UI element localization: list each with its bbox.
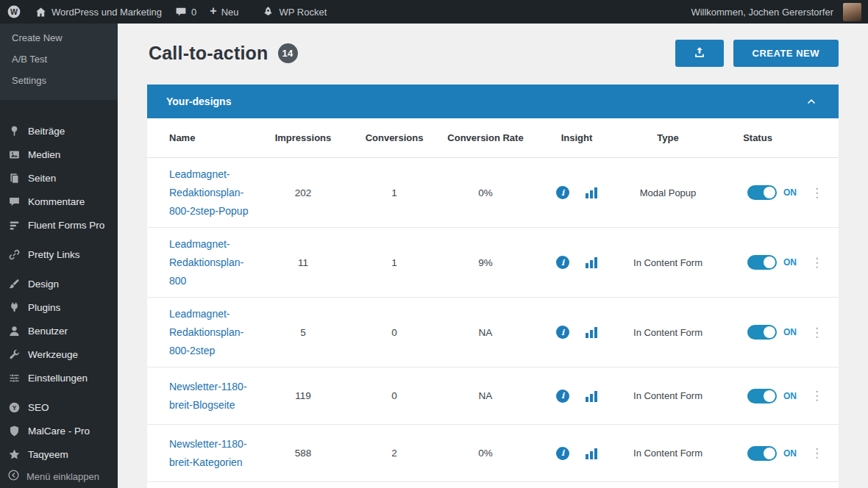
sidebar-item-kommentare[interactable]: Kommentare bbox=[0, 190, 118, 213]
sidebar-item-label: Benutzer bbox=[28, 326, 68, 337]
status-label: ON bbox=[783, 391, 797, 401]
sidebar-item-label: SEO bbox=[28, 402, 49, 413]
info-icon[interactable]: i bbox=[556, 326, 569, 339]
design-name-link[interactable]: Leadmagnet-Redaktionsplan-800 bbox=[169, 235, 253, 290]
column-header-name: Name bbox=[147, 132, 257, 143]
kebab-menu-icon[interactable]: ⋮ bbox=[802, 390, 839, 402]
bar-chart-icon[interactable] bbox=[586, 390, 597, 402]
info-icon[interactable]: i bbox=[556, 186, 569, 199]
design-name-link[interactable]: Newsletter-1180-breit-Kategorien bbox=[169, 435, 253, 472]
wp-rocket-icon bbox=[262, 6, 274, 18]
sidebar-item-seo[interactable]: Y SEO bbox=[0, 395, 118, 419]
page-title-text: Call-to-action bbox=[149, 43, 268, 64]
yoast-seo-icon: Y bbox=[7, 401, 21, 415]
sidebar-item-plugins[interactable]: Plugins bbox=[0, 295, 118, 319]
wp-rocket-link[interactable]: WP Rocket bbox=[255, 0, 333, 24]
status-toggle[interactable] bbox=[747, 325, 777, 340]
table-row: Leadmagnet-Redaktionsplan-800-2step 5 0 … bbox=[147, 298, 839, 367]
design-name-link[interactable]: Newsletter-1180-breit-Blogseite bbox=[169, 378, 253, 415]
type-value: In Content Form bbox=[622, 257, 714, 268]
status-label: ON bbox=[783, 257, 797, 268]
page-title: Call-to-action 14 bbox=[149, 43, 298, 64]
toggle-knob bbox=[764, 448, 775, 459]
status-toggle[interactable] bbox=[747, 389, 777, 403]
kebab-menu-icon[interactable]: ⋮ bbox=[802, 187, 839, 199]
conversions-value: 1 bbox=[349, 257, 440, 268]
design-name-link[interactable]: Leadmagnet-Redaktionsplan-800-2step bbox=[169, 305, 253, 360]
panel-title: Your-designs bbox=[166, 96, 231, 107]
site-name-link[interactable]: WordPress und Marketing bbox=[28, 0, 168, 24]
submenu-label: A/B Test bbox=[12, 54, 47, 65]
kebab-menu-icon[interactable]: ⋮ bbox=[802, 256, 839, 269]
design-name-link[interactable]: Leadmagnet-Redaktionsplan-800-2step-Popu… bbox=[169, 165, 253, 220]
sidebar-item-label: Werkzeuge bbox=[28, 349, 78, 360]
new-content-link[interactable]: + Neu bbox=[203, 0, 245, 24]
status-toggle[interactable] bbox=[747, 446, 777, 461]
sidebar-item-label: MalCare - Pro bbox=[28, 426, 90, 437]
sidebar-item-taqyeem[interactable]: Taqyeem bbox=[0, 442, 118, 466]
status-label: ON bbox=[783, 327, 797, 337]
wrench-icon bbox=[7, 348, 21, 362]
cta-submenu: Create New A/B Test Settings bbox=[0, 24, 118, 100]
column-header-type: Type bbox=[622, 132, 714, 143]
submenu-item-settings[interactable]: Settings bbox=[0, 70, 118, 91]
sidebar-item-beitraege[interactable]: Beiträge bbox=[0, 119, 118, 143]
bar-chart-icon[interactable] bbox=[586, 326, 597, 338]
info-icon[interactable]: i bbox=[556, 390, 569, 403]
import-export-button[interactable] bbox=[675, 40, 724, 67]
pin-icon bbox=[7, 124, 21, 138]
column-header-status: Status bbox=[714, 132, 802, 143]
type-value: Modal Popup bbox=[622, 187, 714, 198]
admin-sidebar: Create New A/B Test Settings Beiträge Me… bbox=[0, 24, 118, 488]
submenu-item-create-new[interactable]: Create New bbox=[0, 27, 118, 49]
comments-count: 0 bbox=[191, 7, 196, 18]
account-menu[interactable]: Willkommen, Jochen Gererstorfer bbox=[684, 0, 868, 24]
sidebar-item-werkzeuge[interactable]: Werkzeuge bbox=[0, 342, 118, 366]
sidebar-item-malcare-pro[interactable]: MalCare - Pro bbox=[0, 419, 118, 442]
collapse-menu-button[interactable]: Menü einklappen bbox=[0, 464, 118, 488]
new-label: Neu bbox=[221, 7, 239, 18]
svg-text:Y: Y bbox=[13, 403, 17, 411]
impressions-value: 202 bbox=[257, 187, 349, 198]
menu-separator bbox=[0, 237, 118, 243]
sidebar-item-label: Seiten bbox=[28, 173, 56, 184]
sidebar-item-medien[interactable]: Medien bbox=[0, 143, 118, 166]
sidebar-item-pretty-links[interactable]: Pretty Links bbox=[0, 243, 118, 266]
info-icon[interactable]: i bbox=[556, 256, 569, 269]
create-new-button[interactable]: CREATE NEW bbox=[733, 40, 839, 67]
sliders-icon bbox=[7, 371, 21, 385]
bar-chart-icon[interactable] bbox=[586, 187, 597, 198]
sidebar-item-label: Plugins bbox=[28, 302, 60, 313]
submenu-item-ab-test[interactable]: A/B Test bbox=[0, 49, 118, 70]
conversion-rate-value: 9% bbox=[440, 257, 531, 268]
impressions-value: 119 bbox=[257, 390, 349, 401]
conversions-value: 0 bbox=[349, 390, 440, 401]
kebab-menu-icon[interactable]: ⋮ bbox=[802, 447, 839, 459]
bar-chart-icon[interactable] bbox=[586, 256, 597, 268]
conversion-rate-value: NA bbox=[440, 327, 531, 338]
table-row-partial bbox=[147, 482, 839, 488]
conversions-value: 2 bbox=[349, 448, 440, 459]
type-value: In Content Form bbox=[622, 448, 714, 459]
status-label: ON bbox=[783, 448, 797, 459]
sidebar-item-benutzer[interactable]: Benutzer bbox=[0, 319, 118, 342]
collapse-menu-label: Menü einklappen bbox=[26, 471, 99, 482]
toggle-knob bbox=[764, 326, 775, 338]
info-icon[interactable]: i bbox=[556, 447, 569, 460]
avatar bbox=[843, 3, 861, 21]
menu-separator bbox=[0, 266, 118, 272]
paintbrush-icon bbox=[7, 277, 21, 291]
status-toggle[interactable] bbox=[747, 185, 777, 200]
sidebar-item-fluent-forms-pro[interactable]: Fluent Forms Pro bbox=[0, 213, 118, 237]
table-row: Leadmagnet-Redaktionsplan-800-2step-Popu… bbox=[147, 158, 839, 228]
comments-link[interactable]: 0 bbox=[168, 0, 203, 24]
sidebar-item-design[interactable]: Design bbox=[0, 272, 118, 295]
conversion-rate-value: NA bbox=[440, 390, 531, 401]
status-toggle[interactable] bbox=[747, 255, 777, 270]
wordpress-menu[interactable]: W bbox=[0, 0, 28, 24]
sidebar-item-einstellungen[interactable]: Einstellungen bbox=[0, 366, 118, 390]
kebab-menu-icon[interactable]: ⋮ bbox=[802, 326, 839, 339]
chevron-up-icon[interactable] bbox=[803, 93, 819, 110]
bar-chart-icon[interactable] bbox=[586, 448, 597, 459]
sidebar-item-seiten[interactable]: Seiten bbox=[0, 166, 118, 190]
